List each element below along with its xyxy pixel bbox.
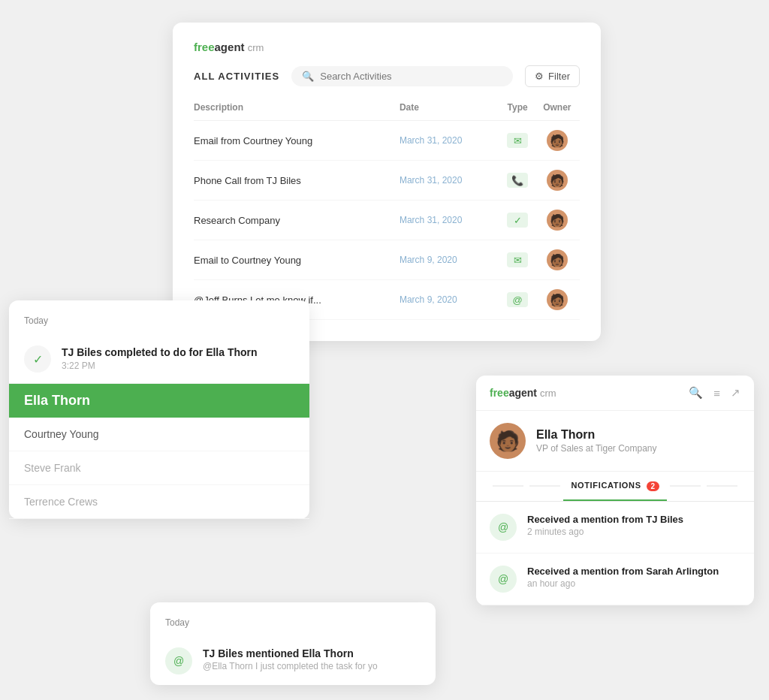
notif-item-content: Received a mention from Sarah Arlington … <box>527 566 719 589</box>
tab-line-2 <box>529 485 560 487</box>
cell-date: March 9, 2020 <box>400 240 501 280</box>
profile-role: VP of Sales at Tiger Company <box>536 443 657 454</box>
notif-brand-logo: freeagent crm <box>490 387 556 399</box>
notifications-badge: 2 <box>647 481 659 491</box>
filter-label: Filter <box>548 71 570 82</box>
notif-items-list: @ Received a mention from TJ Biles 2 min… <box>476 502 754 605</box>
mention-at-icon: @ <box>165 647 192 674</box>
cell-date: March 31, 2020 <box>400 161 501 201</box>
notif-tabs: NOTIFICATIONS 2 <box>476 472 754 502</box>
contact-name-steve: Steve Frank <box>24 462 80 474</box>
owner-avatar: 🧑🏾 <box>547 289 568 310</box>
feed-item-time: 3:22 PM <box>62 361 258 371</box>
brand-free: free <box>194 41 215 53</box>
brand-agent: agent <box>215 41 245 53</box>
feed-item-content: TJ Biles completed to do for Ella Thorn … <box>62 345 258 371</box>
tab-notifications-label: NOTIFICATIONS <box>571 481 641 490</box>
tab-line-3 <box>670 485 701 487</box>
contact-name-terrence: Terrence Crews <box>24 496 98 508</box>
col-owner: Owner <box>535 102 580 121</box>
brand-logo: freeagent crm <box>194 41 580 53</box>
tab-notifications[interactable]: NOTIFICATIONS 2 <box>563 472 666 501</box>
menu-icon[interactable]: ≡ <box>713 387 720 400</box>
table-row[interactable]: Research Company March 31, 2020 ✓ 🧑🏾 <box>194 201 580 240</box>
type-icon-check: ✓ <box>507 213 528 228</box>
mention-title: TJ Biles mentioned Ella Thorn <box>203 647 378 659</box>
search-bar[interactable]: 🔍 <box>291 66 513 86</box>
feed-contact-terrence[interactable]: Terrence Crews <box>9 485 309 519</box>
feed-contact-steve[interactable]: Steve Frank <box>9 451 309 485</box>
search-icon[interactable]: 🔍 <box>689 386 703 400</box>
mention-item: @ TJ Biles mentioned Ella Thorn @Ella Th… <box>150 637 436 685</box>
search-input[interactable] <box>320 71 502 82</box>
notif-profile: 🧑🏾 Ella Thorn VP of Sales at Tiger Compa… <box>476 411 754 472</box>
notif-item-time: 2 minutes ago <box>527 527 683 537</box>
type-icon-phone: 📞 <box>507 173 528 188</box>
cell-date: March 31, 2020 <box>400 121 501 161</box>
cell-type: ✉ <box>501 121 535 161</box>
notif-at-icon: @ <box>490 566 517 593</box>
notif-at-icon: @ <box>490 514 517 541</box>
notif-item-time: an hour ago <box>527 578 719 589</box>
table-row[interactable]: Email from Courtney Young March 31, 2020… <box>194 121 580 161</box>
feed-contact-courtney[interactable]: Courtney Young <box>9 418 309 451</box>
type-icon-email: ✉ <box>507 133 528 148</box>
mention-card: Today @ TJ Biles mentioned Ella Thorn @E… <box>150 602 436 685</box>
notif-brand-crm: crm <box>540 388 556 399</box>
col-description: Description <box>194 102 400 121</box>
mention-content: TJ Biles mentioned Ella Thorn @Ella Thor… <box>203 647 378 671</box>
notif-item-title: Received a mention from TJ Biles <box>527 514 683 525</box>
notif-brand-agent: agent <box>509 387 537 399</box>
filter-button[interactable]: ⚙ Filter <box>525 65 580 87</box>
owner-avatar: 🧑🏾 <box>547 249 568 270</box>
notif-header-icons: 🔍 ≡ ↗ <box>689 386 740 400</box>
cell-type: ✓ <box>501 201 535 240</box>
notification-item[interactable]: @ Received a mention from Sarah Arlingto… <box>476 554 754 605</box>
cell-owner: 🧑🏾 <box>535 280 580 320</box>
feed-item-title: TJ Biles completed to do for Ella Thorn <box>62 345 258 359</box>
cell-owner: 🧑🏾 <box>535 161 580 201</box>
type-icon-email: ✉ <box>507 252 528 267</box>
profile-avatar: 🧑🏾 <box>490 423 526 459</box>
tab-line-1 <box>493 485 523 487</box>
cell-type: 📞 <box>501 161 535 201</box>
cell-description: Research Company <box>194 201 400 240</box>
contact-name-courtney: Courtney Young <box>24 428 99 440</box>
checkmark-icon: ✓ <box>24 345 51 373</box>
notif-item-title: Received a mention from Sarah Arlington <box>527 566 719 577</box>
profile-info: Ella Thorn VP of Sales at Tiger Company <box>536 428 657 454</box>
cell-date: March 31, 2020 <box>400 201 501 240</box>
notif-item-content: Received a mention from TJ Biles 2 minut… <box>527 514 683 537</box>
filter-icon: ⚙ <box>535 71 544 82</box>
cell-owner: 🧑🏾 <box>535 240 580 280</box>
notif-brand-free: free <box>490 387 509 399</box>
owner-avatar: 🧑🏾 <box>547 130 568 151</box>
activities-card: freeagent crm ALL ACTIVITIES 🔍 ⚙ Filter … <box>173 23 601 341</box>
col-type: Type <box>501 102 535 121</box>
table-row[interactable]: Phone Call from TJ Biles March 31, 2020 … <box>194 161 580 201</box>
tab-line-4 <box>707 485 737 487</box>
brand-crm: crm <box>248 42 264 53</box>
notification-item[interactable]: @ Received a mention from TJ Biles 2 min… <box>476 502 754 554</box>
cell-description: Email from Courtney Young <box>194 121 400 161</box>
table-row[interactable]: Email to Courtney Young March 9, 2020 ✉ … <box>194 240 580 280</box>
cell-type: ✉ <box>501 240 535 280</box>
notifications-card: freeagent crm 🔍 ≡ ↗ 🧑🏾 Ella Thorn VP of … <box>476 376 754 605</box>
cell-owner: 🧑🏾 <box>535 201 580 240</box>
cell-type: @ <box>501 280 535 320</box>
mention-body: @Ella Thorn I just completed the task fo… <box>203 661 378 671</box>
cell-date: March 9, 2020 <box>400 280 501 320</box>
feed-today-label: Today <box>9 315 309 326</box>
mention-today-label: Today <box>150 617 436 628</box>
owner-avatar: 🧑🏾 <box>547 210 568 231</box>
feed-highlight-row[interactable]: Ella Thorn <box>9 384 309 418</box>
profile-name: Ella Thorn <box>536 428 657 442</box>
cell-owner: 🧑🏾 <box>535 121 580 161</box>
col-date: Date <box>400 102 501 121</box>
feed-highlight-name: Ella Thorn <box>24 393 90 409</box>
activities-title: ALL ACTIVITIES <box>194 71 279 82</box>
cell-description: Email to Courtney Young <box>194 240 400 280</box>
activities-table: Description Date Type Owner Email from C… <box>194 102 580 320</box>
feed-completed-item: ✓ TJ Biles completed to do for Ella Thor… <box>9 335 309 384</box>
export-icon[interactable]: ↗ <box>731 386 740 400</box>
